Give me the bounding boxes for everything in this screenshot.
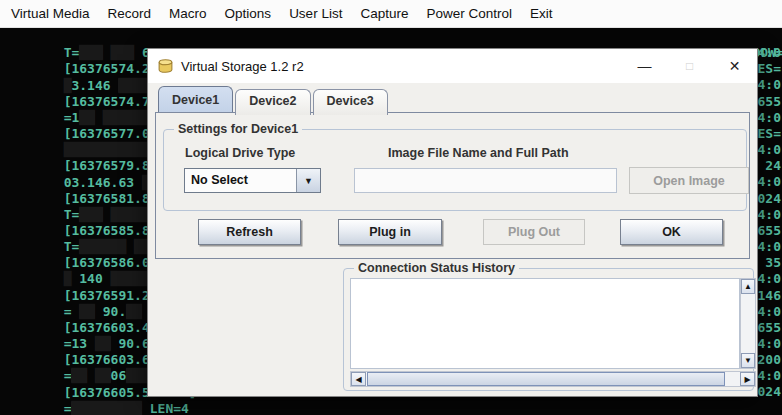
connection-status-title: Connection Status History	[354, 261, 519, 275]
terminal-line-tail: 655	[758, 320, 781, 336]
terminal-line-tail: 4:0	[758, 142, 781, 158]
terminal-line-tail: 655	[758, 94, 781, 110]
screen: Virtual Media Record Macro Options User …	[0, 0, 782, 415]
terminal-line-tail: ES=	[758, 126, 781, 142]
terminal-line-tail: 4:0	[758, 368, 781, 384]
terminal-line-tail: 4:0	[758, 110, 781, 126]
plug-in-button[interactable]: Plug in	[338, 219, 442, 245]
menu-item-capture[interactable]: Capture	[351, 6, 417, 21]
terminal-line-tail: ES=	[758, 61, 781, 77]
terminal-line-tail: 4:0	[758, 271, 781, 287]
terminal-line-tail: 4:0	[758, 45, 781, 61]
menu-bar: Virtual Media Record Macro Options User …	[0, 0, 782, 28]
image-path-input[interactable]	[354, 168, 617, 193]
terminal-line-tail: 024	[758, 191, 781, 207]
terminal-line-tail: 4:0	[758, 336, 781, 352]
terminal-line-tail: 4:0	[758, 77, 781, 93]
terminal-line-tail: 146	[758, 288, 781, 304]
ok-button[interactable]: OK	[620, 219, 723, 245]
terminal-line-tail: 4:0	[758, 304, 781, 320]
plug-out-button: Plug Out	[483, 219, 585, 245]
menu-item-options[interactable]: Options	[216, 6, 281, 21]
scroll-down-icon[interactable]: ▼	[741, 353, 755, 368]
horizontal-scroll-thumb[interactable]	[367, 372, 725, 386]
settings-group-title: Settings for Device1	[174, 122, 302, 136]
terminal-line-tail: 4:0	[758, 207, 781, 223]
settings-groupbox: Settings for Device1 Logical Drive Type …	[163, 129, 747, 211]
title-bar[interactable]: Virtual Storage 1.2 r2 — □ ✕	[148, 49, 757, 83]
window-title: Virtual Storage 1.2 r2	[181, 59, 304, 74]
terminal-line-tail: 4:0	[758, 239, 781, 255]
open-image-button: Open Image	[629, 167, 749, 194]
terminal-line-tail: 24	[765, 158, 781, 174]
menu-item-user-list[interactable]: User List	[280, 6, 351, 21]
tab-device1[interactable]: Device1	[158, 86, 233, 112]
storage-icon	[157, 58, 174, 75]
tab-device2[interactable]: Device2	[235, 89, 310, 115]
tab-device3[interactable]: Device3	[313, 89, 388, 115]
terminal-line-tail: 4:0	[758, 174, 781, 190]
terminal-line-tail: 024	[758, 384, 781, 400]
scroll-left-icon[interactable]: ◀	[351, 372, 366, 386]
connection-status-groupbox: Connection Status History ▲ ▼ ◀ ▶	[343, 268, 754, 391]
terminal-line-tail: 655	[758, 223, 781, 239]
vertical-scrollbar[interactable]: ▲ ▼	[740, 278, 756, 369]
horizontal-scrollbar[interactable]: ◀ ▶	[350, 371, 756, 387]
device1-panel: Settings for Device1 Logical Drive Type …	[155, 112, 750, 259]
connection-status-textarea[interactable]	[350, 278, 740, 369]
logical-drive-type-select[interactable]: No Select ▼	[184, 168, 321, 193]
minimize-icon[interactable]: —	[622, 49, 667, 83]
menu-item-macro[interactable]: Macro	[160, 6, 216, 21]
selected-drive-type: No Select	[185, 169, 296, 192]
window-controls: — □ ✕	[622, 49, 757, 83]
refresh-button[interactable]: Refresh	[198, 219, 301, 245]
image-path-label: Image File Name and Full Path	[388, 146, 569, 160]
menu-item-record[interactable]: Record	[99, 6, 161, 21]
terminal-line: [16376606.279372] Firewall: *TCP_IN Bloc…	[0, 401, 782, 415]
device-tabs: Device1 Device2 Device3	[158, 89, 390, 115]
logical-drive-type-label: Logical Drive Type	[185, 146, 295, 160]
scroll-right-icon[interactable]: ▶	[740, 372, 755, 386]
terminal-line-tail: 200	[758, 352, 781, 368]
terminal-line-tail: 35	[765, 255, 781, 271]
menu-item-power-control[interactable]: Power Control	[417, 6, 521, 21]
maximize-icon: □	[667, 49, 712, 83]
menu-item-virtual-media[interactable]: Virtual Media	[2, 6, 99, 21]
close-icon[interactable]: ✕	[712, 49, 757, 83]
scroll-up-icon[interactable]: ▲	[741, 279, 755, 294]
chevron-down-icon[interactable]: ▼	[296, 169, 320, 192]
virtual-storage-window: Virtual Storage 1.2 r2 — □ ✕ Device1 Dev…	[147, 48, 758, 397]
terminal-line: T=███ ███ 63.248 LEN=40 TOS=0x00 PREC=0x…	[0, 29, 782, 45]
menu-item-exit[interactable]: Exit	[521, 6, 562, 21]
